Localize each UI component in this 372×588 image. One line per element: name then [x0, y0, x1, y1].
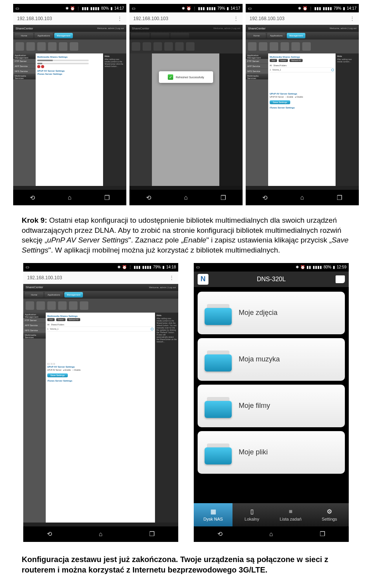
address-bar[interactable]: 192.168.100.103 ⋮	[246, 12, 359, 25]
section-upnp[interactable]: UPnP AV Server Settings	[47, 366, 153, 368]
menu-dots-icon[interactable]: ⋮	[233, 15, 239, 22]
menu-dots-icon[interactable]: ⋮	[169, 275, 174, 281]
refresh-icon[interactable]	[151, 328, 153, 330]
section-upnp[interactable]: UPnP AV Server Settings	[270, 93, 334, 95]
sidebar-item[interactable]: FTP Server	[246, 59, 268, 64]
disable-label[interactable]: Disable	[296, 96, 303, 98]
app-icon[interactable]	[281, 42, 289, 51]
sidebar-item[interactable]: NFS Service	[23, 328, 46, 333]
recents-icon[interactable]: ❐	[104, 194, 110, 201]
back-icon[interactable]: ⟲	[262, 194, 267, 201]
app-icon[interactable]	[248, 42, 257, 51]
app-icon[interactable]	[70, 42, 78, 51]
app-icon[interactable]	[59, 42, 67, 51]
tab-apps[interactable]: Applications	[267, 33, 286, 38]
tab-home[interactable]: Home	[25, 292, 43, 297]
page-footer	[246, 186, 359, 190]
back-icon[interactable]: ⟲	[30, 194, 35, 201]
back-icon[interactable]: ⟲	[217, 530, 222, 538]
stop-icon[interactable]	[37, 65, 40, 68]
app-icon[interactable]	[48, 42, 57, 51]
tab-management[interactable]: Management	[54, 33, 73, 38]
app-icon[interactable]	[291, 42, 300, 51]
address-bar[interactable]: 192.168.100.103 ⋮	[129, 12, 243, 25]
sidebar-item[interactable]: NFS Service	[246, 69, 268, 74]
menu-dots-icon[interactable]: ⋮	[117, 15, 122, 22]
tab-management[interactable]: Management	[64, 292, 83, 297]
sidebar-item[interactable]: AFP Service	[23, 323, 46, 328]
refresh-button[interactable]: Refresh All	[67, 318, 80, 321]
section-itunes[interactable]: iTunes Server Settings	[270, 107, 334, 109]
refresh-icon[interactable]	[331, 69, 334, 71]
tab-settings[interactable]: ⚙ Settings	[310, 503, 349, 526]
refresh-button[interactable]: Refresh All	[289, 59, 303, 62]
app-icon[interactable]	[36, 301, 45, 310]
delete-button[interactable]: Delete	[279, 59, 288, 62]
app-icon[interactable]	[37, 42, 46, 51]
app-icon[interactable]	[259, 42, 267, 51]
enable-label[interactable]: Enable	[287, 96, 293, 98]
tab-management[interactable]: Management	[287, 33, 305, 38]
save-settings-button[interactable]: Save Settings	[47, 373, 68, 377]
media-category-files[interactable]: Moje pliki	[198, 431, 345, 474]
home-icon[interactable]: ⌂	[184, 194, 188, 201]
tab-home[interactable]: Home	[247, 33, 266, 38]
recents-icon[interactable]: ❐	[220, 194, 226, 201]
search-icon[interactable]	[336, 275, 345, 283]
stop-icon[interactable]	[41, 65, 44, 68]
back-icon[interactable]: ⟲	[146, 194, 151, 201]
sidebar-item[interactable]: FTP Server	[23, 318, 46, 323]
recents-icon[interactable]: ❐	[149, 530, 155, 538]
wifi-icon: ⋮	[193, 6, 196, 10]
sidebar-item[interactable]: NFS Service	[13, 69, 36, 74]
address-bar[interactable]: 192.168.100.103 ⋮	[13, 12, 126, 25]
tab-tasks[interactable]: ≡ Lista zadań	[271, 503, 310, 526]
recents-icon[interactable]: ❐	[320, 530, 325, 538]
user-link[interactable]: Welcome, admin | Log out	[330, 27, 356, 29]
signal2-icon: ▮▮▮▮	[142, 265, 152, 269]
main-panel: Multimedia Shares Settings Add Delete Re…	[268, 53, 336, 186]
add-button[interactable]: Add	[47, 318, 55, 321]
app-icon[interactable]	[26, 42, 35, 51]
sidebar-item[interactable]: FTP Server	[13, 59, 36, 64]
home-icon[interactable]: ⌂	[269, 531, 273, 538]
signal2-icon: ▮▮▮▮	[323, 6, 332, 10]
app-icon[interactable]	[270, 42, 278, 51]
enable-label[interactable]: Enable	[65, 369, 71, 371]
add-button[interactable]: Add	[270, 59, 277, 62]
home-icon[interactable]: ⌂	[99, 531, 103, 538]
app-icon[interactable]	[16, 42, 24, 51]
home-icon[interactable]: ⌂	[68, 194, 72, 201]
app-icon[interactable]	[80, 301, 88, 310]
user-link[interactable]: Welcome, admin | Log out	[149, 286, 176, 289]
tab-apps[interactable]: Applications	[34, 33, 53, 38]
tab-apps[interactable]: Applications	[45, 292, 63, 297]
tab-home[interactable]: Home	[15, 33, 33, 38]
section-upnp[interactable]: UPnP AV Server Settings	[37, 70, 102, 72]
sidebar-item[interactable]: AFP Service	[13, 64, 36, 69]
menu-dots-icon[interactable]: ⋮	[350, 15, 355, 22]
app-icon[interactable]	[47, 301, 56, 310]
tab-local[interactable]: ▯ Lokalny	[232, 503, 271, 526]
media-category-photos[interactable]: Moje zdjęcia	[198, 292, 345, 334]
user-link[interactable]: Welcome, admin | Log out	[97, 27, 124, 29]
media-category-movies[interactable]: Moje filmy	[198, 385, 345, 427]
app-icon[interactable]	[69, 301, 78, 310]
app-icon[interactable]	[302, 42, 311, 51]
app-logo-icon[interactable]: N	[198, 274, 208, 285]
back-icon[interactable]: ⟲	[47, 530, 52, 538]
recents-icon[interactable]: ❐	[337, 194, 342, 201]
home-icon[interactable]: ⌂	[300, 194, 304, 201]
app-icon[interactable]	[26, 301, 34, 310]
media-category-music[interactable]: Moja muzyka	[198, 338, 345, 381]
sidebar-item[interactable]: AFP Service	[246, 64, 268, 69]
delete-button[interactable]: Delete	[56, 318, 65, 321]
save-settings-button[interactable]: Save Settings	[270, 100, 290, 104]
address-bar[interactable]: 192.168.100.103 ⋮	[23, 272, 178, 284]
section-itunes[interactable]: iTunes Server Settings	[47, 380, 153, 382]
app-icon[interactable]	[58, 301, 67, 310]
disable-label[interactable]: Disable	[74, 369, 81, 371]
battery-text: 80%	[324, 265, 331, 269]
section-itunes[interactable]: iTunes Server Settings	[37, 73, 102, 75]
tab-nas[interactable]: ▦ Dysk NAS	[194, 503, 232, 526]
